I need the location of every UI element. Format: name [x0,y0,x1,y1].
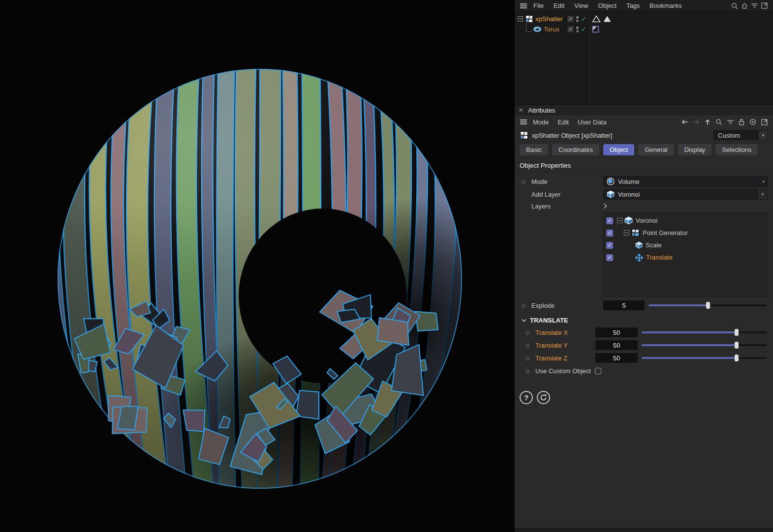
attributes-empty-area [515,404,773,529]
voronoi-cube-icon [624,216,633,225]
layer-toggle-icon[interactable] [567,16,574,22]
tab-general[interactable]: General [638,144,674,155]
translate-x-slider[interactable] [642,329,767,336]
tab-selections[interactable]: Selections [715,144,758,155]
lock-icon[interactable] [737,117,746,127]
visibility-dots-icon[interactable] [576,27,579,32]
filter-icon[interactable] [749,1,759,11]
mode-dropdown[interactable]: Volume ▾ [603,176,768,187]
menu-tags[interactable]: Tags [621,2,645,9]
filter-icon[interactable] [725,117,735,127]
explode-value-field[interactable]: 5 [603,300,645,310]
keyframe-diamond-icon[interactable]: ◇ [526,342,535,349]
triangle-outline-tag-icon[interactable] [592,15,601,23]
slider-handle[interactable] [735,342,739,349]
keyframe-diamond-icon[interactable]: ◇ [522,302,531,309]
target-icon[interactable] [748,117,758,127]
reset-icon[interactable] [537,391,550,404]
popout-icon[interactable] [759,117,769,127]
layer-row-point-generator[interactable]: ✓ Point Generator [603,227,768,239]
help-icon[interactable]: ? [520,391,533,404]
attr-menu-edit[interactable]: Edit [554,118,573,126]
add-layer-value: Voronoi [618,191,754,198]
checkbox-checked[interactable]: ✓ [606,254,613,261]
mode-value: Volume [618,178,759,185]
layer-row-scale[interactable]: ✓ Scale [603,239,768,251]
layer-label[interactable]: Voronoi [636,217,657,224]
back-arrow-icon[interactable] [680,117,690,127]
menu-file[interactable]: File [528,2,549,9]
menu-object[interactable]: Object [593,2,621,9]
layer-row-voronoi[interactable]: ✓ Voronoi [603,214,768,227]
object-row-xpshatter[interactable]: xpShatter ✓ [515,14,773,24]
translate-y-value-field[interactable]: 50 [595,340,638,350]
translate-x-value-field[interactable]: 50 [595,327,638,337]
keyframe-diamond-icon[interactable]: ◇ [526,329,535,336]
keyframe-diamond-icon[interactable]: ◇ [526,355,535,361]
preset-dropdown[interactable]: Custom ▾ [713,130,768,140]
slider-handle[interactable] [735,329,739,336]
slider-handle[interactable] [706,302,710,309]
translate-z-value-field[interactable]: 50 [595,353,638,363]
chevron-down-icon[interactable]: ▾ [759,130,768,140]
add-layer-arrow-button[interactable]: ▾ [757,189,768,199]
explode-label: Explode [531,302,603,309]
hamburger-menu-icon[interactable] [519,117,528,127]
object-label-xpshatter[interactable]: xpShatter [535,15,563,23]
home-icon[interactable] [740,1,749,11]
checkbox-checked[interactable]: ✓ [606,217,613,224]
enabled-check-icon[interactable]: ✓ [581,26,587,32]
popout-icon[interactable] [759,1,769,11]
flag-tag-icon[interactable] [592,26,599,33]
preset-value[interactable]: Custom [713,130,759,140]
close-icon[interactable]: ✕ [519,107,523,114]
layer-row-translate[interactable]: ✓ Translate [603,251,768,264]
layer-label[interactable]: Scale [646,241,662,249]
menu-bookmarks[interactable]: Bookmarks [645,2,686,9]
search-icon[interactable] [730,1,740,11]
attr-menu-userdata[interactable]: User Data [573,118,611,126]
add-layer-dropdown[interactable]: Voronoi ▾ [603,189,768,200]
translate-group-header[interactable]: TRANSLATE [515,312,773,326]
visibility-dots-icon[interactable] [576,16,579,22]
help-row: ? [515,377,773,404]
scale-cube-icon [635,241,643,249]
layer-toggle-icon[interactable] [567,26,574,32]
tab-coordinates[interactable]: Coordinates [552,144,599,155]
checkbox-checked[interactable]: ✓ [606,230,613,236]
translate-y-slider[interactable] [642,342,767,349]
keyframe-diamond-icon[interactable]: ◇ [522,178,531,185]
triangle-filled-tag-icon[interactable] [603,15,612,23]
explode-slider[interactable] [649,302,767,309]
object-row-torus[interactable]: Torus ✓ [515,24,773,34]
tab-display[interactable]: Display [678,144,712,155]
translate-z-label: Translate Z [535,355,595,362]
up-arrow-icon[interactable] [703,117,712,127]
layer-label-selected[interactable]: Translate [646,254,673,261]
checkbox-checked[interactable]: ✓ [606,242,613,249]
viewport-3d[interactable] [0,0,514,532]
hamburger-menu-icon[interactable] [519,1,528,11]
menu-view[interactable]: View [569,2,593,9]
tab-basic[interactable]: Basic [520,144,548,155]
torus-tags [592,26,599,33]
keyframe-diamond-icon[interactable]: ◇ [526,368,535,374]
tab-object[interactable]: Object [603,144,635,155]
expand-collapse-icon[interactable] [624,230,629,236]
search-icon[interactable] [714,117,724,127]
enabled-check-icon[interactable]: ✓ [581,16,587,22]
forward-arrow-icon[interactable] [691,117,701,127]
attr-menu-mode[interactable]: Mode [528,118,554,126]
property-row-explode: ◇ Explode 5 [515,299,773,312]
layer-label[interactable]: Point Generator [643,229,688,236]
object-label-torus[interactable]: Torus [544,26,559,33]
section-title: Object Properties [515,158,773,172]
translate-z-slider[interactable] [642,355,767,361]
expand-collapse-icon[interactable] [617,218,622,223]
chevron-right-icon[interactable] [603,203,607,209]
property-row-translate-x: ◇ Translate X 50 [515,326,773,339]
use-custom-object-checkbox[interactable] [595,368,601,374]
expand-collapse-icon[interactable] [518,16,523,22]
menu-edit[interactable]: Edit [549,2,569,9]
slider-handle[interactable] [735,355,739,361]
